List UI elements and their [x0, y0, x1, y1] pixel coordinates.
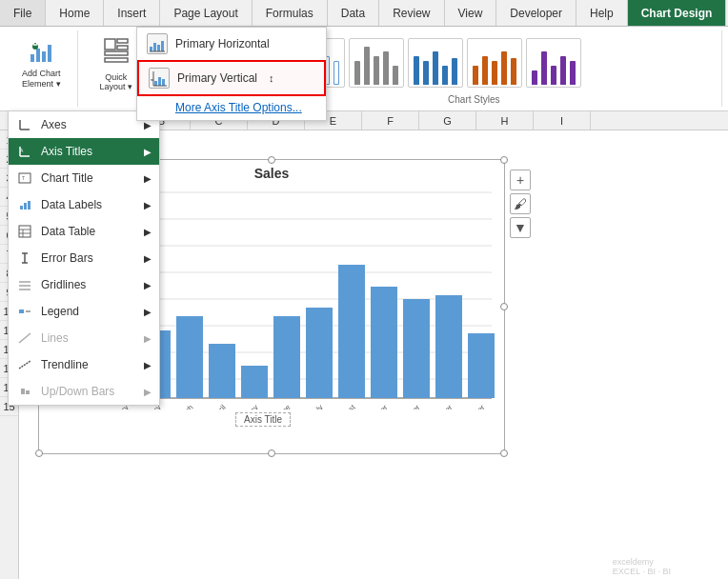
svg-text:April: April	[211, 403, 228, 409]
quick-layout-icon	[103, 37, 130, 70]
ribbon-group-add-chart: Add ChartElement ▾	[6, 30, 78, 107]
svg-rect-86	[157, 45, 160, 51]
svg-text:December: December	[455, 403, 487, 409]
tab-file[interactable]: File	[0, 0, 46, 26]
chart-actions: + 🖌 ▼	[510, 170, 531, 238]
submenu-item-primary-horizontal[interactable]: Primary Horizontal	[137, 28, 326, 60]
add-chart-label: Add ChartElement ▾	[22, 69, 61, 90]
svg-rect-40	[306, 308, 333, 398]
svg-rect-87	[161, 41, 164, 51]
style-thumb-6[interactable]	[526, 38, 581, 88]
dropdown-item-data-labels[interactable]: Data Labels ▶	[9, 191, 159, 218]
svg-rect-83	[26, 390, 30, 394]
tab-view[interactable]: View	[445, 0, 497, 26]
col-header-g: G	[419, 111, 476, 130]
chart-filter-button[interactable]: ▼	[510, 217, 531, 238]
axis-titles-submenu: Primary Horizontal A Primary Vertical ↕ …	[136, 27, 327, 121]
dropdown-item-data-table[interactable]: Data Table ▶	[9, 218, 159, 245]
svg-rect-42	[371, 287, 397, 398]
tab-data[interactable]: Data	[328, 0, 379, 26]
svg-rect-2	[42, 51, 46, 62]
tab-home[interactable]: Home	[46, 0, 104, 26]
svg-text:September: September	[357, 403, 390, 409]
svg-rect-9	[117, 46, 128, 50]
col-header-i: I	[534, 111, 591, 130]
svg-line-81	[19, 361, 30, 369]
style-thumb-5[interactable]	[467, 38, 522, 88]
tab-page-layout[interactable]: Page Layout	[160, 0, 252, 26]
tab-developer[interactable]: Developer	[496, 0, 576, 26]
svg-text:July: July	[309, 403, 324, 409]
tab-bar: File Home Insert Page Layout Formulas Da…	[0, 0, 728, 27]
more-axis-title-options-link[interactable]: More Axis Title Options...	[137, 96, 326, 120]
svg-rect-67	[28, 201, 30, 210]
tab-review[interactable]: Review	[379, 0, 444, 26]
svg-rect-41	[338, 265, 365, 398]
svg-rect-68	[19, 226, 30, 237]
svg-text:May: May	[244, 403, 260, 409]
col-header-h: H	[476, 111, 534, 130]
svg-rect-90	[158, 77, 161, 86]
style-thumb-3[interactable]	[349, 38, 404, 88]
svg-rect-85	[153, 43, 156, 51]
gridlines-icon	[16, 276, 33, 293]
quick-layout-button[interactable]: QuickLayout ▾	[91, 32, 142, 96]
axis-titles-icon: A	[16, 143, 33, 160]
error-bars-icon	[16, 250, 33, 267]
updown-bars-icon	[16, 383, 33, 400]
lines-icon	[16, 329, 33, 347]
axes-icon	[16, 116, 33, 133]
svg-text:A: A	[151, 78, 154, 81]
dropdown-item-lines: Lines ▶	[9, 325, 159, 351]
quick-layout-label: QuickLayout ▾	[100, 72, 133, 91]
primary-horizontal-icon	[147, 33, 168, 54]
chart-add-button[interactable]: +	[510, 170, 531, 190]
svg-rect-39	[273, 316, 300, 398]
svg-rect-1	[36, 49, 40, 62]
add-chart-element-button[interactable]: Add ChartElement ▾	[13, 32, 70, 94]
svg-rect-11	[105, 58, 128, 62]
tab-help[interactable]: Help	[576, 0, 628, 26]
dropdown-item-error-bars[interactable]: Error Bars ▶	[9, 245, 159, 271]
dropdown-item-axis-titles[interactable]: A Axis Titles ▶	[9, 138, 159, 165]
dropdown-item-legend[interactable]: Legend ▶	[9, 298, 159, 325]
col-header-f: F	[362, 111, 419, 130]
svg-rect-82	[21, 389, 25, 394]
chart-title-icon: T	[16, 170, 33, 187]
svg-text:June: June	[274, 403, 293, 409]
svg-text:T: T	[22, 175, 25, 181]
svg-rect-66	[24, 203, 27, 210]
svg-text:October: October	[396, 403, 422, 409]
svg-rect-7	[105, 39, 115, 50]
dropdown-item-gridlines[interactable]: Gridlines ▶	[9, 271, 159, 298]
dropdown-item-trendline[interactable]: Trendline ▶	[9, 351, 159, 378]
data-labels-icon	[16, 196, 33, 213]
svg-text:March: March	[174, 403, 195, 409]
svg-rect-84	[150, 47, 152, 51]
watermark: exceldemyEXCEL · BI · BI	[613, 557, 671, 576]
dropdown-item-chart-title[interactable]: T Chart Title ▶	[9, 165, 159, 191]
svg-text:A: A	[20, 148, 24, 153]
svg-rect-10	[105, 51, 128, 55]
cursor-indicator: ↕	[269, 72, 274, 84]
svg-rect-89	[154, 81, 157, 86]
svg-rect-38	[241, 366, 268, 398]
svg-rect-43	[403, 299, 430, 398]
tab-insert[interactable]: Insert	[104, 0, 160, 26]
primary-vertical-icon: A	[149, 68, 170, 89]
tab-formulas[interactable]: Formulas	[253, 0, 328, 26]
trendline-icon	[16, 356, 33, 373]
chart-style-button[interactable]: 🖌	[510, 193, 531, 214]
svg-rect-65	[20, 206, 23, 210]
svg-rect-37	[209, 344, 235, 398]
submenu-item-primary-vertical[interactable]: A Primary Vertical ↕	[137, 60, 326, 96]
svg-rect-78	[19, 309, 24, 313]
svg-rect-91	[162, 79, 165, 86]
ribbon: File Home Insert Page Layout Formulas Da…	[0, 0, 728, 111]
svg-rect-3	[48, 45, 51, 62]
add-chart-element-dropdown: Axes ▶ A Axis Titles ▶ T Chart Title ▶ D…	[8, 110, 160, 406]
tab-chart-design[interactable]: Chart Design	[628, 0, 727, 26]
style-thumb-4[interactable]	[408, 38, 463, 88]
axis-title-horizontal[interactable]: Axis Title	[235, 412, 291, 427]
add-chart-icon	[28, 37, 54, 69]
